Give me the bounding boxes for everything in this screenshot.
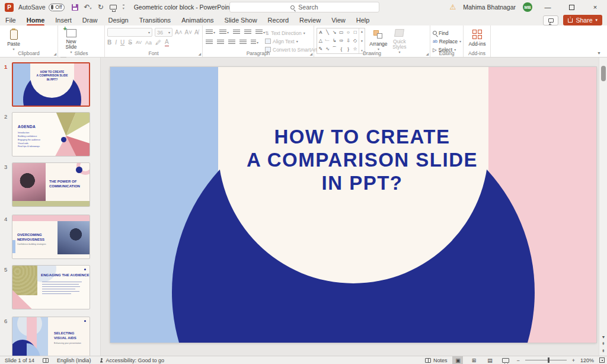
comments-button[interactable]	[543, 15, 558, 25]
thumbnail-photo	[12, 163, 46, 202]
font-size-combo[interactable]: 36▾	[155, 28, 172, 37]
spellcheck-icon[interactable]	[43, 358, 49, 363]
align-right-button[interactable]	[228, 40, 235, 45]
tab-view[interactable]: View	[326, 15, 351, 25]
shapes-scroll[interactable]: ▲▼▾	[359, 28, 365, 53]
undo-button[interactable]: ↶▾	[84, 3, 92, 11]
slideshow-button[interactable]	[500, 356, 511, 364]
increase-font-button[interactable]: A˄	[175, 29, 183, 36]
scroll-down-icon[interactable]: ▼	[602, 335, 606, 339]
accessibility-icon	[100, 358, 104, 363]
highlight-color-button[interactable]: 🖉	[155, 39, 161, 46]
drawing-dialog-launcher-icon[interactable]: ◢	[426, 52, 429, 56]
underline-button[interactable]: U	[120, 39, 124, 46]
line-spacing-button[interactable]: ▾	[255, 30, 265, 35]
thumbnail-slide-6[interactable]: SELECTINGVISUAL AIDS Enhancing your pres…	[12, 317, 90, 356]
tab-draw[interactable]: Draw	[77, 15, 103, 25]
close-button[interactable]: ×	[587, 1, 603, 14]
accessibility-status[interactable]: Accessibility: Good to go	[100, 357, 165, 363]
search-input[interactable]: Search	[229, 2, 379, 12]
tab-file[interactable]: File	[0, 15, 21, 25]
tab-transitions[interactable]: Transitions	[134, 15, 176, 25]
paragraph-dialog-launcher-icon[interactable]: ◢	[309, 52, 312, 56]
paragraph-group: ▾ ▾ ▾ ▾ ⇅Text Direction▾ Align Text▾ Co	[203, 25, 314, 57]
thumbnail-number-3: 3	[4, 164, 7, 170]
clipboard-dialog-launcher-icon[interactable]: ◢	[53, 52, 56, 56]
autosave-state: Off	[55, 4, 62, 10]
clear-formatting-button[interactable]: A̸	[194, 29, 199, 36]
tab-review[interactable]: Review	[294, 15, 326, 25]
character-spacing-button[interactable]: AV	[136, 40, 142, 45]
autosave-label: AutoSave	[18, 4, 46, 11]
clipboard-group-label: Clipboard	[0, 50, 57, 56]
thumbnail-slide-2[interactable]: AGENDA Introduction Building confidence …	[12, 112, 90, 157]
slides-group: New Slide▾ Layout▾ Reset Section▾ Slides	[58, 25, 105, 57]
zoom-level[interactable]: 120%	[580, 357, 594, 363]
zoom-slider-knob[interactable]	[548, 357, 550, 363]
tab-home[interactable]: Home	[21, 15, 50, 25]
slide-editor[interactable]: HOW TO CREATE A COMPARISON SLIDE IN PPT?	[110, 67, 596, 343]
bold-button[interactable]: B	[107, 39, 111, 46]
scrollbar-thumb[interactable]	[601, 66, 606, 81]
font-dialog-launcher-icon[interactable]: ◢	[198, 52, 201, 56]
powerpoint-logo-icon[interactable]: P	[5, 3, 14, 12]
restore-button[interactable]	[563, 1, 580, 14]
save-icon[interactable]	[72, 4, 78, 11]
numbering-button[interactable]: ▾	[219, 30, 229, 35]
align-left-button[interactable]	[206, 40, 213, 45]
font-name-combo[interactable]: ▾	[107, 28, 152, 37]
notes-button[interactable]: Notes	[425, 357, 448, 363]
zoom-in-button[interactable]: +	[572, 357, 575, 363]
customize-qat-icon[interactable]: ▾	[123, 5, 124, 10]
decrease-font-button[interactable]: A˅	[185, 29, 193, 36]
tab-help[interactable]: Help	[351, 15, 375, 25]
increase-indent-button[interactable]	[244, 30, 251, 35]
font-color-button[interactable]: A	[165, 39, 169, 47]
start-presentation-icon[interactable]	[110, 5, 117, 9]
collapse-ribbon-icon[interactable]: ▼	[597, 51, 601, 55]
language-indicator[interactable]: English (India)	[57, 357, 91, 363]
avatar[interactable]: MB	[523, 2, 532, 12]
font-group: ▾ 36▾ A˄ A˅ A̸ B I U S AV Aa 🖉 A Font ◢	[105, 25, 203, 57]
slide-title-textbox[interactable]: HOW TO CREATE A COMPARISON SLIDE IN PPT?	[218, 125, 506, 194]
align-text-button[interactable]: Align Text▾	[265, 37, 321, 45]
thumbnail-slide-1[interactable]: HOW TO CREATEA COMPARISON SLIDEIN PPT?	[12, 62, 90, 107]
fit-to-window-icon[interactable]	[599, 357, 605, 363]
autosave-toggle[interactable]: Off	[49, 4, 65, 11]
minimize-button[interactable]: —	[539, 1, 556, 14]
vertical-scrollbar[interactable]: ▼ ⇞ ⇟	[599, 58, 607, 356]
thumbnail-slide-4[interactable]: OVERCOMINGNERVOUSNESS Confidence-buildin…	[12, 215, 90, 259]
share-button[interactable]: Share ▾	[563, 15, 602, 25]
tab-record[interactable]: Record	[263, 15, 294, 25]
thumbnail-slide-3[interactable]: THE POWER OFCOMMUNICATION	[12, 162, 90, 207]
tab-slide-show[interactable]: Slide Show	[219, 15, 263, 25]
decrease-indent-button[interactable]	[233, 30, 240, 35]
next-slide-button[interactable]: ⇟	[602, 349, 605, 353]
normal-view-button[interactable]: ▣	[452, 356, 463, 364]
tab-design[interactable]: Design	[103, 15, 133, 25]
italic-button[interactable]: I	[115, 39, 117, 46]
reading-view-button[interactable]: ▤	[484, 356, 495, 364]
replace-button[interactable]: abReplace▾	[433, 37, 461, 45]
bullets-button[interactable]: ▾	[206, 30, 215, 35]
find-button[interactable]: Find	[433, 29, 461, 37]
change-case-button[interactable]: Aa	[145, 40, 152, 46]
previous-slide-button[interactable]: ⇞	[602, 341, 605, 346]
zoom-out-button[interactable]: −	[516, 357, 519, 363]
slide-indicator[interactable]: Slide 1 of 14	[5, 357, 34, 363]
warning-icon[interactable]: ⚠	[450, 3, 456, 11]
thumbnail-slide-5[interactable]: ENGAGING THE AUDIENCE	[12, 265, 90, 309]
user-name[interactable]: Mahima Bhatnagar	[463, 4, 516, 11]
columns-button[interactable]: ▾	[251, 40, 258, 45]
tab-insert[interactable]: Insert	[50, 15, 77, 25]
zoom-slider[interactable]	[525, 360, 567, 360]
strikethrough-button[interactable]: S	[128, 39, 132, 46]
tab-animations[interactable]: Animations	[176, 15, 219, 25]
text-direction-button[interactable]: ⇅Text Direction▾	[265, 29, 321, 37]
align-center-button[interactable]	[217, 40, 224, 45]
redo-button[interactable]: ↻	[98, 3, 104, 11]
autosave-control[interactable]: AutoSave Off	[18, 4, 65, 11]
justify-button[interactable]	[239, 40, 247, 45]
text-direction-icon: ⇅	[265, 30, 269, 36]
slide-sorter-button[interactable]: ⊞	[468, 356, 479, 364]
